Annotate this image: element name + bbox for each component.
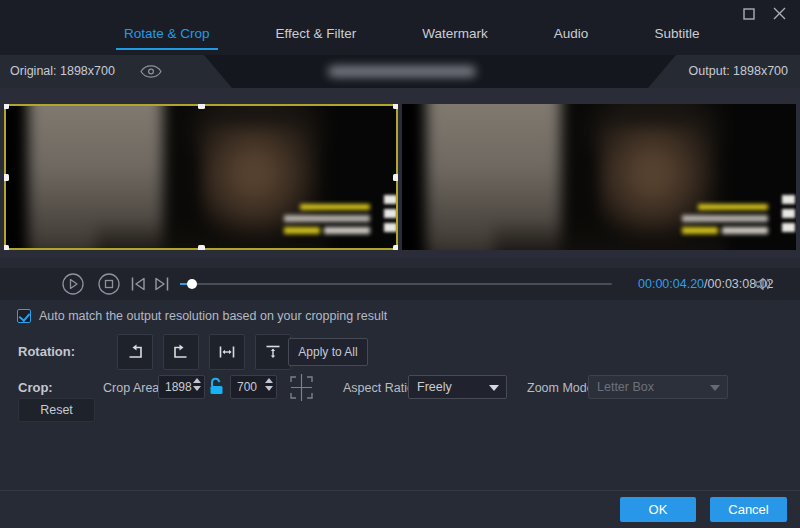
crop-label: Crop: [18, 380, 53, 395]
original-video-preview[interactable] [4, 104, 398, 250]
crop-handle-bottom-right[interactable] [393, 245, 398, 250]
video-edge-text-obscured [782, 195, 795, 232]
output-resolution-tab: Output: 1898x700 [648, 55, 800, 88]
crop-handle-top-left[interactable] [4, 104, 9, 109]
info-strip: Original: 1898x700 Output: 1898x700 [0, 55, 800, 88]
crop-height-input[interactable] [231, 376, 269, 398]
crop-handle-top-right[interactable] [393, 104, 398, 109]
preview-area [0, 88, 800, 258]
crop-handle-bottom-center[interactable] [198, 245, 205, 250]
auto-match-row: Auto match the output resolution based o… [17, 309, 387, 323]
current-time: 00:00:04.20 [638, 277, 704, 291]
rotation-label: Rotation: [18, 344, 75, 359]
rotate-left-button[interactable] [117, 334, 153, 370]
crop-width-spinner [158, 375, 205, 399]
auto-match-label: Auto match the output resolution based o… [39, 309, 387, 323]
aspect-ratio-select[interactable]: Freely [408, 375, 507, 399]
step-down-icon[interactable] [265, 386, 273, 391]
crop-height-spinner [230, 375, 277, 399]
previous-frame-button[interactable] [130, 276, 147, 292]
reset-button[interactable]: Reset [18, 398, 95, 422]
crop-handle-middle-left[interactable] [4, 174, 9, 181]
footer-bar: OK Cancel [0, 490, 800, 528]
tab-rotate-crop[interactable]: Rotate & Crop [116, 22, 218, 50]
tab-subtitle[interactable]: Subtitle [646, 22, 707, 50]
rotate-crop-dialog: Rotate & Crop Effect & Filter Watermark … [0, 0, 800, 528]
crop-selection-box[interactable] [4, 104, 398, 250]
step-down-icon[interactable] [193, 386, 201, 391]
crop-handle-middle-right[interactable] [393, 174, 398, 181]
window-controls [743, 7, 786, 20]
tab-effect-filter[interactable]: Effect & Filter [268, 22, 365, 50]
output-resolution-label: Output: 1898x700 [689, 64, 788, 78]
rotate-left-icon [126, 343, 144, 361]
ok-button[interactable]: OK [620, 497, 696, 522]
step-up-icon[interactable] [265, 378, 273, 383]
flip-horizontal-icon [218, 343, 236, 361]
titlebar: Rotate & Crop Effect & Filter Watermark … [0, 0, 800, 55]
crop-width-stepper[interactable] [193, 378, 201, 391]
zoom-mode-select: Letter Box [588, 375, 728, 399]
close-icon[interactable] [773, 7, 786, 20]
options-panel: Auto match the output resolution based o… [0, 300, 800, 490]
rotate-right-button[interactable] [163, 334, 199, 370]
video-filename-obscured [328, 66, 476, 77]
chevron-down-icon [710, 385, 720, 391]
aspect-lock-icon[interactable] [209, 377, 224, 395]
crop-handle-bottom-left[interactable] [4, 245, 9, 250]
maximize-icon[interactable] [743, 8, 755, 20]
zoom-mode-value: Letter Box [597, 380, 654, 394]
crop-handle-top-center[interactable] [198, 104, 205, 109]
flip-vertical-button[interactable] [255, 334, 291, 370]
step-up-icon[interactable] [193, 378, 201, 383]
seek-slider-thumb[interactable] [187, 279, 197, 289]
tab-bar: Rotate & Crop Effect & Filter Watermark … [116, 18, 707, 50]
player-bar: 00:00:04.20/00:03:08.02 [0, 268, 800, 300]
tab-audio[interactable]: Audio [546, 22, 597, 50]
crop-area-label: Crop Area: [103, 381, 163, 395]
chevron-down-icon [489, 385, 499, 391]
play-button[interactable] [62, 273, 84, 295]
video-watermark-obscured [682, 204, 768, 234]
apply-to-all-button[interactable]: Apply to All [288, 338, 368, 366]
aspect-ratio-label: Aspect Ratio: [343, 381, 417, 395]
flip-horizontal-button[interactable] [209, 334, 245, 370]
original-resolution-tab: Original: 1898x700 [0, 55, 232, 88]
cancel-button[interactable]: Cancel [710, 497, 787, 522]
tab-watermark[interactable]: Watermark [414, 22, 496, 50]
seek-slider[interactable] [180, 283, 612, 285]
output-video-preview [402, 104, 796, 250]
auto-match-checkbox[interactable] [17, 309, 31, 323]
aspect-ratio-value: Freely [417, 380, 452, 394]
zoom-mode-label: Zoom Mode: [527, 381, 597, 395]
preview-eye-icon[interactable] [140, 65, 162, 78]
crop-height-stepper[interactable] [265, 378, 273, 391]
volume-icon[interactable] [754, 276, 772, 292]
flip-vertical-icon [264, 343, 282, 361]
next-frame-button[interactable] [153, 276, 170, 292]
center-crop-icon[interactable] [288, 374, 315, 401]
rotate-right-icon [172, 343, 190, 361]
crop-width-input[interactable] [159, 376, 197, 398]
stop-button[interactable] [98, 273, 120, 295]
original-resolution-label: Original: 1898x700 [10, 64, 115, 78]
